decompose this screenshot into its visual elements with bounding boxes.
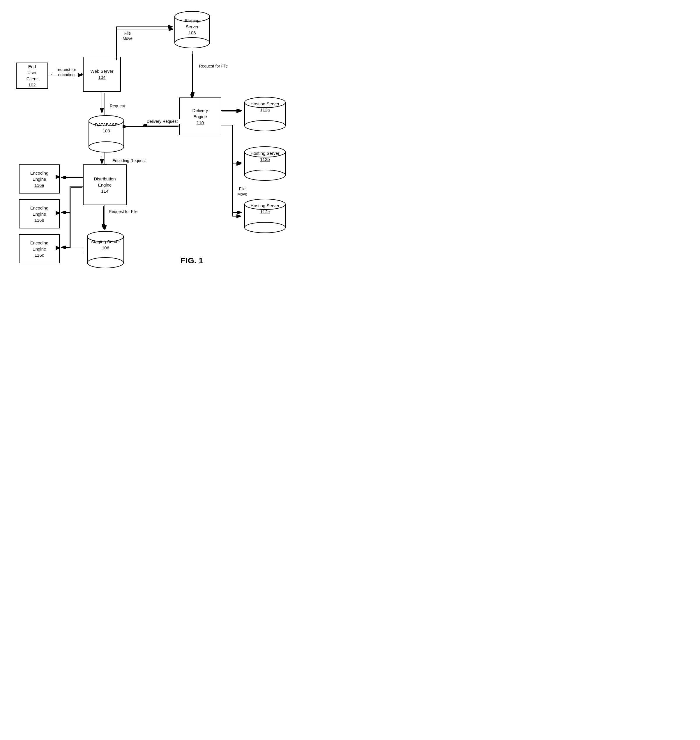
distribution-engine-box: DistributionEngine 114 xyxy=(83,164,126,205)
encoding-engine-b-box: EncodingEngine 116b xyxy=(19,199,60,228)
end-user-client-box: EndUserClient 102 xyxy=(16,63,48,89)
svg-point-31 xyxy=(89,142,124,152)
diagram: EndUserClient 102 request for encoding W… xyxy=(0,0,309,297)
figure-label: FIG. 1 xyxy=(181,256,203,266)
staging-server-bottom: Staging Server 106 xyxy=(84,229,126,272)
svg-point-34 xyxy=(245,120,285,131)
svg-point-37 xyxy=(245,170,285,181)
file-move-bottom-label: File Move xyxy=(234,186,251,197)
database-svg xyxy=(86,113,126,156)
web-server-box: Web Server 104 xyxy=(83,57,121,92)
file-move-top-label: File Move xyxy=(119,31,136,41)
hosting-server-c: Hosting Server 112c xyxy=(242,198,288,236)
database-cylinder: DATABASE 108 xyxy=(86,113,126,156)
svg-point-43 xyxy=(87,257,124,268)
encoding-engine-a-box: EncodingEngine 116a xyxy=(19,164,60,194)
request-encoding-label: request for encoding xyxy=(52,67,81,78)
request-for-file-top-label: Request for File xyxy=(194,63,232,69)
hosting-server-a: Hosting Server 112a xyxy=(242,96,288,134)
svg-point-40 xyxy=(245,222,285,233)
svg-point-28 xyxy=(175,38,210,48)
hosting-server-b: Hosting Server 112b xyxy=(242,145,288,184)
delivery-engine-box: DeliveryEngine 110 xyxy=(179,97,221,135)
request-label: Request xyxy=(107,103,128,109)
encoding-engine-c-box: EncodingEngine 116c xyxy=(19,234,60,263)
staging-server-top: Staging Server 106 xyxy=(172,9,213,51)
encoding-request-label: Encoding Request xyxy=(107,158,151,163)
request-for-file-bottom-label: Request for File xyxy=(107,209,139,214)
delivery-request-label: Delivery Request xyxy=(145,119,179,124)
